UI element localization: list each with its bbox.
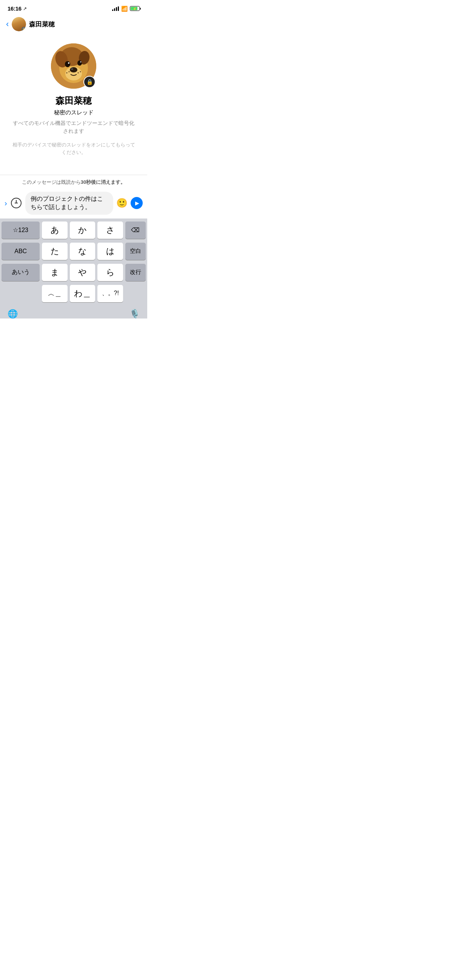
svg-point-8 <box>65 61 70 67</box>
header-avatar-badge: 🔒 <box>22 27 26 31</box>
svg-point-6 <box>70 67 77 72</box>
key-ra[interactable]: ら <box>97 264 123 281</box>
key-punct-label: 、。?! <box>102 290 119 298</box>
status-icons: 📶 ⚡ <box>112 6 140 12</box>
input-area: › 例のプロジェクトの件はこちらで話しましょう。 🙂 ▶ <box>0 189 147 218</box>
key-ha-label: は <box>106 246 115 257</box>
key-ka-label: か <box>78 224 87 236</box>
key-na-label: な <box>78 246 87 257</box>
key-punct[interactable]: 、。?! <box>97 285 123 302</box>
key-na[interactable]: な <box>70 243 96 260</box>
keyboard-row-1: ☆123 あ か さ ⌫ <box>2 221 146 239</box>
back-button[interactable]: ‹ <box>6 19 9 29</box>
key-sa-label: さ <box>106 224 115 236</box>
key-enter-label: 改行 <box>130 269 141 276</box>
mic-button[interactable]: 🎙️ <box>129 309 140 318</box>
key-ra-label: ら <box>106 267 115 278</box>
key-123[interactable]: ☆123 <box>2 221 40 239</box>
timer-notice-text: このメッセージは既読から30秒後に消えます。 <box>22 179 125 185</box>
key-sa[interactable]: さ <box>97 221 123 239</box>
wifi-icon: 📶 <box>121 6 128 12</box>
chat-header: ‹ 🔒 森田菜穂 <box>0 15 147 36</box>
send-button[interactable]: ▶ <box>131 197 143 209</box>
svg-point-7 <box>71 68 73 70</box>
status-bar: 16:16 ↗ 📶 ⚡ <box>0 0 147 15</box>
key-123-label: ☆123 <box>13 226 28 234</box>
timer-strong: 30秒後に消えます。 <box>81 179 125 185</box>
message-input[interactable]: 例のプロジェクトの件はこちらで話しましょう。 <box>25 192 113 215</box>
svg-point-14 <box>78 72 79 73</box>
profile-name: 森田菜穂 <box>56 95 92 107</box>
status-time: 16:16 <box>8 5 22 12</box>
key-abc[interactable]: ABC <box>2 243 40 260</box>
profile-section: 🔒 森田菜穂 秘密のスレッド すべてのモバイル機器でエンドツーエンドで暗号化され… <box>0 36 147 163</box>
lock-badge: 🔒 <box>83 76 96 88</box>
timer-button[interactable] <box>10 197 22 209</box>
keyboard-row-4: ︿＿ わ＿ 、。?! <box>2 285 146 302</box>
keyboard-bottom: 🌐 🎙️ <box>2 306 146 318</box>
svg-point-15 <box>80 71 81 72</box>
emoji-button[interactable]: 🙂 <box>116 198 128 208</box>
location-arrow-icon: ↗ <box>23 6 27 11</box>
key-ka[interactable]: か <box>70 221 96 239</box>
profile-note: 相手のデバイスで秘密のスレッドをオンにしてもらってください。 <box>11 141 136 156</box>
key-hat-label: ︿＿ <box>48 289 62 298</box>
key-wa[interactable]: わ＿ <box>70 285 96 302</box>
header-contact-name[interactable]: 森田菜穂 <box>29 20 55 29</box>
key-ma-label: ま <box>51 267 59 278</box>
profile-avatar-container: 🔒 <box>51 43 96 89</box>
keyboard-row-2: ABC た な は 空白 <box>2 243 146 260</box>
key-ma[interactable]: ま <box>42 264 68 281</box>
key-aiueo-label: あいう <box>12 268 30 276</box>
key-a[interactable]: あ <box>42 221 68 239</box>
key-a-label: あ <box>51 224 59 236</box>
send-icon: ▶ <box>135 200 139 206</box>
key-backspace[interactable]: ⌫ <box>125 221 146 239</box>
lock-icon: 🔒 <box>86 79 93 85</box>
key-placeholder-left <box>2 285 40 302</box>
key-aiueo[interactable]: あいう <box>2 264 40 281</box>
timer-icon <box>11 198 22 208</box>
svg-point-12 <box>67 72 68 73</box>
key-placeholder-right <box>125 285 146 302</box>
svg-point-9 <box>77 60 82 66</box>
signal-icon <box>112 6 119 11</box>
key-hat[interactable]: ︿＿ <box>42 285 68 302</box>
profile-description: すべてのモバイル機器でエンドツーエンドで暗号化されます <box>11 119 136 135</box>
timer-notice: このメッセージは既読から30秒後に消えます。 <box>0 175 147 189</box>
svg-point-10 <box>68 62 69 64</box>
keyboard-row-3: あいう ま や ら 改行 <box>2 264 146 281</box>
svg-point-11 <box>80 62 81 63</box>
globe-button[interactable]: 🌐 <box>8 309 18 318</box>
key-ta[interactable]: た <box>42 243 68 260</box>
expand-button[interactable]: › <box>5 199 7 208</box>
header-avatar[interactable]: 🔒 <box>12 17 26 31</box>
svg-point-13 <box>69 71 70 72</box>
profile-subtitle: 秘密のスレッド <box>54 109 94 116</box>
key-ya-label: や <box>78 267 87 278</box>
key-ta-label: た <box>51 246 59 257</box>
backspace-icon: ⌫ <box>131 226 140 234</box>
chat-spacer <box>0 163 147 175</box>
keyboard: ☆123 あ か さ ⌫ ABC た な は 空白 <box>0 218 147 318</box>
key-ya[interactable]: や <box>70 264 96 281</box>
key-ha[interactable]: は <box>97 243 123 260</box>
key-abc-label: ABC <box>14 248 27 255</box>
battery-icon: ⚡ <box>130 6 140 11</box>
key-space-label: 空白 <box>130 248 141 255</box>
key-space[interactable]: 空白 <box>125 243 146 260</box>
key-enter[interactable]: 改行 <box>125 264 146 281</box>
key-wa-label: わ＿ <box>74 288 91 299</box>
